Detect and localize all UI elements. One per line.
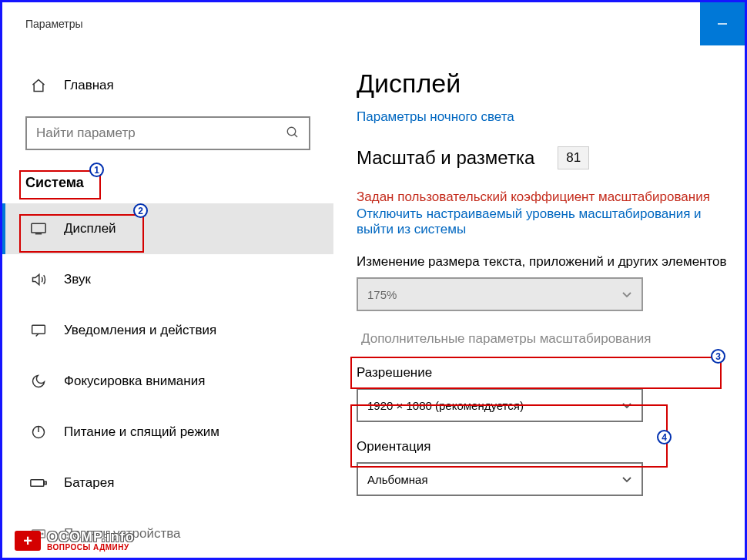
chevron-down-icon [621,399,632,412]
scale-heading: Масштаб и разметка [357,147,534,169]
sidebar-item-label: Фокусировка внимания [64,374,205,389]
display-icon [30,223,47,235]
watermark: + OCOMP.info ВОПРОСЫ АДМИНУ [15,530,135,552]
sidebar-item-label: Дисплей [64,221,116,236]
sidebar-item-label: Звук [64,272,91,287]
orientation-select-value: Альбомная [367,473,428,486]
search-field[interactable] [36,126,286,141]
signout-link[interactable]: Отключить настраиваемый уровень масштаби… [357,206,719,237]
resolution-label: Разрешение [357,365,737,381]
scale-label: Изменение размера текста, приложений и д… [357,254,737,270]
content-pane: Дисплей Параметры ночного света Масштаб … [333,45,745,558]
sidebar-item-display[interactable]: Дисплей [2,203,333,254]
page-title: Дисплей [357,69,737,99]
window-title: Параметры [25,18,83,30]
sidebar-item-sound[interactable]: Звук [2,254,333,305]
focus-icon [30,374,47,389]
sidebar-item-power[interactable]: Питание и спящий режим [2,407,333,458]
svg-rect-9 [45,481,47,484]
search-input[interactable] [25,116,310,150]
scale-select[interactable]: 175% [357,277,643,311]
svg-rect-3 [32,223,45,233]
watermark-icon: + [15,531,41,551]
custom-scale-warning: Задан пользовательский коэффициент масшт… [357,189,737,205]
chevron-down-icon [621,288,632,301]
annotation-badge-1: 1 [89,163,104,177]
chevron-down-icon [621,473,632,486]
settings-window: Параметры Главная Система [0,0,747,560]
annotation-badge-4: 4 [657,430,672,444]
resolution-select[interactable]: 1920 × 1080 (рекомендуется) [357,388,643,422]
sidebar-item-notifications[interactable]: Уведомления и действия [2,305,333,356]
sidebar-item-label: Питание и спящий режим [64,424,219,440]
watermark-main: OCOMP.info [47,530,135,544]
svg-rect-8 [31,480,44,486]
sidebar-section-title: Система [25,175,84,191]
minimize-button[interactable] [700,2,745,45]
svg-point-1 [287,127,296,136]
power-icon [30,424,47,440]
sound-icon [30,272,47,287]
search-icon [286,126,300,142]
sidebar-home-label: Главная [64,78,114,93]
night-light-link[interactable]: Параметры ночного света [357,109,737,125]
sidebar-item-label: Батарея [64,475,114,491]
sidebar-nav: Дисплей Звук Уведомления и действия [2,203,333,559]
sidebar: Главная Система Дисплей [2,45,333,558]
advanced-scaling-link[interactable]: Дополнительные параметры масштабирования [357,322,737,356]
watermark-sub: ВОПРОСЫ АДМИНУ [47,544,135,552]
notifications-icon [30,324,47,337]
sidebar-item-label: Уведомления и действия [64,323,216,338]
sidebar-item-battery[interactable]: Батарея [2,458,333,508]
minimize-icon [717,18,728,29]
annotation-badge-3: 3 [711,349,725,364]
annotation-badge-2: 2 [133,203,148,218]
titlebar: Параметры [2,2,745,45]
home-icon [30,78,47,93]
battery-icon [30,478,47,488]
orientation-label: Ориентация [357,439,737,454]
resolution-select-value: 1920 × 1080 (рекомендуется) [367,399,524,412]
scale-select-value: 175% [367,288,397,301]
custom-scale-value[interactable]: 81 [558,146,589,169]
sidebar-home[interactable]: Главная [2,69,333,102]
sidebar-item-focus[interactable]: Фокусировка внимания [2,356,333,407]
svg-line-2 [294,134,297,137]
orientation-select[interactable]: Альбомная [357,462,643,496]
svg-rect-5 [32,325,45,334]
